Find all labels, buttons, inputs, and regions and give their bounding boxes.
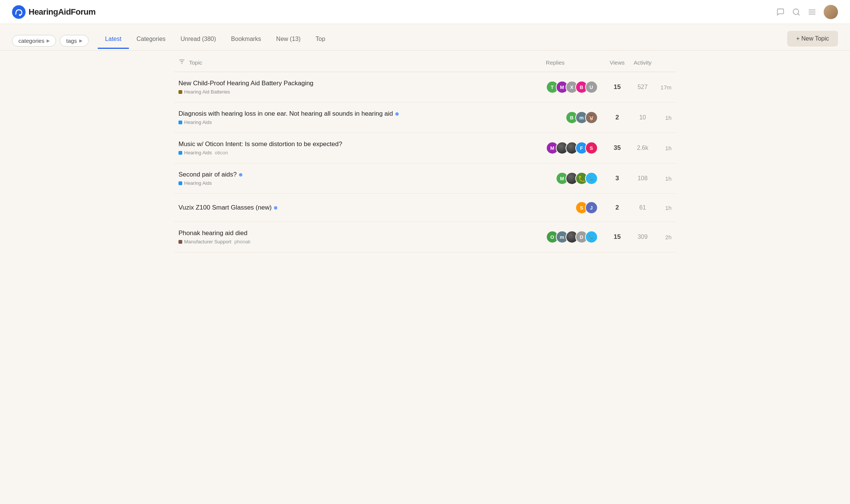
tab-top[interactable]: Top	[308, 33, 333, 49]
topic-avatar[interactable]: J	[585, 201, 598, 214]
table-row: Phonak hearing aid diedManufacturer Supp…	[174, 222, 676, 252]
category-tag[interactable]: Hearing Aid Batteries	[178, 89, 230, 95]
category-dot-icon	[178, 151, 182, 155]
topic-title-cell: Second pair of aids?Hearing Aids	[174, 163, 541, 194]
topic-tag[interactable]: oticon	[215, 150, 228, 155]
topic-avatar[interactable]: 🦉	[585, 111, 598, 124]
topic-avatar[interactable]: 🐦	[585, 172, 598, 185]
th-topic: Topic	[174, 51, 541, 72]
table-row: Vuzix Z100 Smart Glasses (new)SJ2611h	[174, 194, 676, 222]
topic-title-cell: New Child-Proof Hearing Aid Battery Pack…	[174, 72, 541, 103]
views-count: 61	[629, 194, 656, 222]
table-row: Music w/ Oticon Intent: Is some distorti…	[174, 133, 676, 163]
views-count: 309	[629, 222, 656, 252]
activity-time: 2h	[656, 222, 676, 252]
replies-count: 2	[605, 194, 629, 222]
new-dot	[274, 206, 277, 210]
categories-label: categories	[18, 38, 44, 44]
svg-point-0	[12, 5, 26, 19]
category-tag[interactable]: Hearing Aids	[178, 119, 212, 125]
categories-dropdown[interactable]: categories ▶	[12, 35, 56, 47]
th-activity: Activity	[629, 51, 656, 72]
menu-icon[interactable]	[808, 8, 816, 16]
new-dot	[395, 112, 399, 116]
new-topic-area: + New Topic	[787, 31, 838, 50]
filter-icon[interactable]	[178, 58, 185, 66]
topic-title-link[interactable]: Diagnosis with hearing loss in one ear. …	[178, 110, 393, 117]
site-header: HearingAidForum	[0, 0, 850, 24]
category-dot-icon	[178, 90, 182, 94]
topic-avatar[interactable]: S	[585, 142, 598, 154]
tab-new[interactable]: New (13)	[269, 33, 308, 49]
nav-tabs: Latest Categories Unread (380) Bookmarks…	[98, 33, 333, 49]
svg-point-1	[19, 14, 21, 16]
activity-time: 1h	[656, 194, 676, 222]
avatars-cell: MFS	[541, 133, 605, 163]
table-row: New Child-Proof Hearing Aid Battery Pack…	[174, 72, 676, 103]
topic-title-link[interactable]: New Child-Proof Hearing Aid Battery Pack…	[178, 80, 313, 87]
replies-count: 15	[605, 222, 629, 252]
category-tag[interactable]: Hearing Aids	[178, 180, 212, 186]
avatars-cell: TMXBU	[541, 72, 605, 103]
table-row: Second pair of aids?Hearing AidsM🐛🐦31081…	[174, 163, 676, 194]
topic-avatar[interactable]: U	[585, 81, 598, 94]
activity-time: 1h	[656, 163, 676, 194]
svg-line-3	[798, 14, 799, 15]
category-dot-icon	[178, 240, 182, 244]
activity-time: 1h	[656, 133, 676, 163]
avatars-cell: OmD🐦	[541, 222, 605, 252]
category-tag[interactable]: Manufacturer Support	[178, 239, 231, 244]
category-dot-icon	[178, 121, 182, 124]
new-topic-label: + New Topic	[796, 35, 829, 42]
tab-bookmarks[interactable]: Bookmarks	[224, 33, 269, 49]
user-avatar[interactable]	[824, 5, 838, 19]
avatars-cell: Bm🦉	[541, 103, 605, 133]
topics-table: Topic Replies Views Activity New Child-P…	[174, 51, 676, 252]
topic-title-cell: Diagnosis with hearing loss in one ear. …	[174, 103, 541, 133]
new-topic-button[interactable]: + New Topic	[787, 31, 838, 47]
logo-icon	[12, 5, 26, 19]
chat-icon[interactable]	[776, 8, 785, 16]
tab-unread[interactable]: Unread (380)	[173, 33, 224, 49]
topic-title-link[interactable]: Vuzix Z100 Smart Glasses (new)	[178, 204, 272, 211]
main-content: Topic Replies Views Activity New Child-P…	[162, 51, 688, 252]
replies-count: 2	[605, 103, 629, 133]
topics-body: New Child-Proof Hearing Aid Battery Pack…	[174, 72, 676, 252]
new-dot	[239, 173, 242, 177]
search-icon[interactable]	[792, 8, 800, 16]
replies-count: 3	[605, 163, 629, 194]
tags-label: tags	[66, 38, 77, 44]
activity-time: 1h	[656, 103, 676, 133]
th-views: Views	[605, 51, 629, 72]
th-replies: Replies	[541, 51, 605, 72]
views-count: 10	[629, 103, 656, 133]
topic-title-cell: Vuzix Z100 Smart Glasses (new)	[174, 194, 541, 222]
topic-avatar[interactable]: 🐦	[585, 231, 598, 243]
categories-arrow-icon: ▶	[47, 38, 50, 43]
site-logo[interactable]: HearingAidForum	[12, 5, 95, 19]
tab-latest[interactable]: Latest	[98, 33, 129, 49]
topic-title-link[interactable]: Music w/ Oticon Intent: Is some distorti…	[178, 140, 342, 148]
replies-count: 15	[605, 72, 629, 103]
topic-title-link[interactable]: Phonak hearing aid died	[178, 229, 247, 237]
avatars-cell: SJ	[541, 194, 605, 222]
tab-categories[interactable]: Categories	[129, 33, 173, 49]
topic-header-label: Topic	[189, 59, 202, 66]
category-dot-icon	[178, 181, 182, 185]
avatars-cell: M🐛🐦	[541, 163, 605, 194]
topic-title-cell: Phonak hearing aid diedManufacturer Supp…	[174, 222, 541, 252]
tags-arrow-icon: ▶	[79, 38, 82, 43]
activity-time: 17m	[656, 72, 676, 103]
category-tag[interactable]: Hearing Aids	[178, 150, 212, 155]
header-actions	[776, 5, 838, 19]
table-header-row: Topic Replies Views Activity	[174, 51, 676, 72]
topic-title-cell: Music w/ Oticon Intent: Is some distorti…	[174, 133, 541, 163]
nav-bar: categories ▶ tags ▶ Latest Categories Un…	[0, 24, 850, 51]
topic-title-link[interactable]: Second pair of aids?	[178, 171, 237, 178]
topic-tag[interactable]: phonak	[234, 239, 251, 244]
views-count: 108	[629, 163, 656, 194]
replies-count: 35	[605, 133, 629, 163]
logo-text: HearingAidForum	[29, 7, 95, 17]
table-row: Diagnosis with hearing loss in one ear. …	[174, 103, 676, 133]
tags-dropdown[interactable]: tags ▶	[60, 35, 88, 47]
